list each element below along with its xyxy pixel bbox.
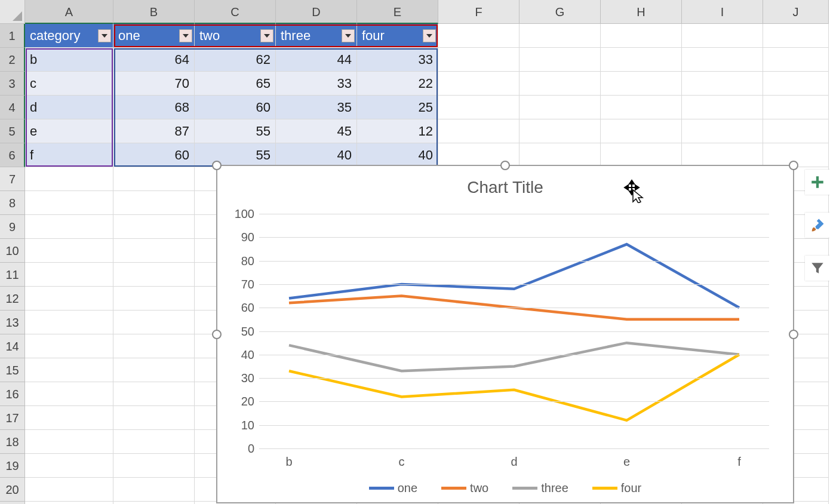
cell-I5[interactable] bbox=[682, 119, 763, 143]
col-header-H[interactable]: H bbox=[601, 0, 682, 24]
cell-A7[interactable] bbox=[25, 167, 113, 191]
cell-A3[interactable]: c bbox=[25, 72, 113, 96]
cell-I6[interactable] bbox=[682, 143, 763, 167]
row-header-16[interactable]: 16 bbox=[0, 382, 25, 406]
cell-G6[interactable] bbox=[519, 143, 601, 167]
cell-I3[interactable] bbox=[682, 72, 763, 96]
cell-C4[interactable]: 60 bbox=[195, 96, 276, 119]
cell-D1[interactable]: three bbox=[276, 24, 357, 48]
cell-J4[interactable] bbox=[763, 96, 829, 119]
cell-B12[interactable] bbox=[113, 287, 195, 311]
col-header-F[interactable]: F bbox=[438, 0, 519, 24]
cell-G5[interactable] bbox=[519, 119, 601, 143]
cell-B17[interactable] bbox=[113, 406, 195, 430]
row-header-10[interactable]: 10 bbox=[0, 239, 25, 263]
cell-F1[interactable] bbox=[438, 24, 519, 48]
row-header-19[interactable]: 19 bbox=[0, 454, 25, 478]
chart-title[interactable]: Chart Title bbox=[217, 178, 793, 197]
cell-C2[interactable]: 62 bbox=[195, 48, 276, 72]
cell-A9[interactable] bbox=[25, 215, 113, 239]
cell-A1[interactable]: category bbox=[25, 24, 113, 48]
cell-J2[interactable] bbox=[763, 48, 829, 72]
cell-J3[interactable] bbox=[763, 72, 829, 96]
cell-B20[interactable] bbox=[113, 478, 195, 502]
cell-J5[interactable] bbox=[763, 119, 829, 143]
filter-button-two[interactable] bbox=[260, 29, 273, 42]
cell-A20[interactable] bbox=[25, 478, 113, 502]
cell-I4[interactable] bbox=[682, 96, 763, 119]
chart-styles-button[interactable] bbox=[805, 213, 830, 238]
cell-B7[interactable] bbox=[113, 167, 195, 191]
cell-B11[interactable] bbox=[113, 263, 195, 287]
filter-button-three[interactable] bbox=[342, 29, 355, 42]
cell-B13[interactable] bbox=[113, 311, 195, 334]
row-header-1[interactable]: 1 bbox=[0, 24, 25, 48]
cell-A16[interactable] bbox=[25, 382, 113, 406]
cell-A12[interactable] bbox=[25, 287, 113, 311]
row-header-3[interactable]: 3 bbox=[0, 72, 25, 96]
chart-filters-button[interactable] bbox=[805, 256, 830, 281]
filter-button-category[interactable] bbox=[98, 29, 111, 42]
cell-E3[interactable]: 22 bbox=[357, 72, 438, 96]
cell-A21[interactable] bbox=[25, 502, 113, 504]
row-header-7[interactable]: 7 bbox=[0, 167, 25, 191]
cell-H5[interactable] bbox=[601, 119, 682, 143]
cell-E2[interactable]: 33 bbox=[357, 48, 438, 72]
cell-B9[interactable] bbox=[113, 215, 195, 239]
resize-handle-tl[interactable] bbox=[212, 161, 222, 170]
cell-B6[interactable]: 60 bbox=[113, 143, 195, 167]
cell-A5[interactable]: e bbox=[25, 119, 113, 143]
col-header-C[interactable]: C bbox=[195, 0, 276, 24]
col-header-B[interactable]: B bbox=[113, 0, 195, 24]
cell-B4[interactable]: 68 bbox=[113, 96, 195, 119]
cell-E6[interactable]: 40 bbox=[357, 143, 438, 167]
chart-legend[interactable]: onetwothreefour bbox=[217, 481, 793, 495]
cell-B10[interactable] bbox=[113, 239, 195, 263]
cell-A6[interactable]: f bbox=[25, 143, 113, 167]
cell-B18[interactable] bbox=[113, 430, 195, 454]
col-header-G[interactable]: G bbox=[519, 0, 601, 24]
row-header-21[interactable]: 21 bbox=[0, 502, 25, 504]
col-header-D[interactable]: D bbox=[276, 0, 357, 24]
cell-B2[interactable]: 64 bbox=[113, 48, 195, 72]
cell-C6[interactable]: 55 bbox=[195, 143, 276, 167]
cell-A17[interactable] bbox=[25, 406, 113, 430]
cell-A11[interactable] bbox=[25, 263, 113, 287]
cell-D6[interactable]: 40 bbox=[276, 143, 357, 167]
resize-handle-tm[interactable] bbox=[500, 161, 510, 170]
cell-D2[interactable]: 44 bbox=[276, 48, 357, 72]
cell-G1[interactable] bbox=[519, 24, 601, 48]
cell-B15[interactable] bbox=[113, 358, 195, 382]
filter-button-four[interactable] bbox=[423, 29, 436, 42]
cell-F5[interactable] bbox=[438, 119, 519, 143]
cell-B5[interactable]: 87 bbox=[113, 119, 195, 143]
cell-A8[interactable] bbox=[25, 191, 113, 215]
cell-G2[interactable] bbox=[519, 48, 601, 72]
series-three[interactable] bbox=[289, 343, 739, 371]
cell-A14[interactable] bbox=[25, 334, 113, 358]
cell-G3[interactable] bbox=[519, 72, 601, 96]
series-four[interactable] bbox=[289, 355, 739, 420]
resize-handle-tr[interactable] bbox=[789, 161, 798, 170]
cell-B21[interactable] bbox=[113, 502, 195, 504]
row-header-8[interactable]: 8 bbox=[0, 191, 25, 215]
cell-I1[interactable] bbox=[682, 24, 763, 48]
cell-B19[interactable] bbox=[113, 454, 195, 478]
cell-H1[interactable] bbox=[601, 24, 682, 48]
cell-A13[interactable] bbox=[25, 311, 113, 334]
row-header-18[interactable]: 18 bbox=[0, 430, 25, 454]
filter-button-one[interactable] bbox=[179, 29, 192, 42]
legend-item-three[interactable]: three bbox=[512, 481, 568, 495]
cell-C1[interactable]: two bbox=[195, 24, 276, 48]
cell-G4[interactable] bbox=[519, 96, 601, 119]
cell-H2[interactable] bbox=[601, 48, 682, 72]
legend-item-one[interactable]: one bbox=[369, 481, 417, 495]
row-header-12[interactable]: 12 bbox=[0, 287, 25, 311]
col-header-E[interactable]: E bbox=[357, 0, 438, 24]
resize-handle-mr[interactable] bbox=[789, 330, 798, 339]
cell-H3[interactable] bbox=[601, 72, 682, 96]
row-header-17[interactable]: 17 bbox=[0, 406, 25, 430]
cell-B1[interactable]: one bbox=[113, 24, 195, 48]
cell-C5[interactable]: 55 bbox=[195, 119, 276, 143]
cell-F4[interactable] bbox=[438, 96, 519, 119]
